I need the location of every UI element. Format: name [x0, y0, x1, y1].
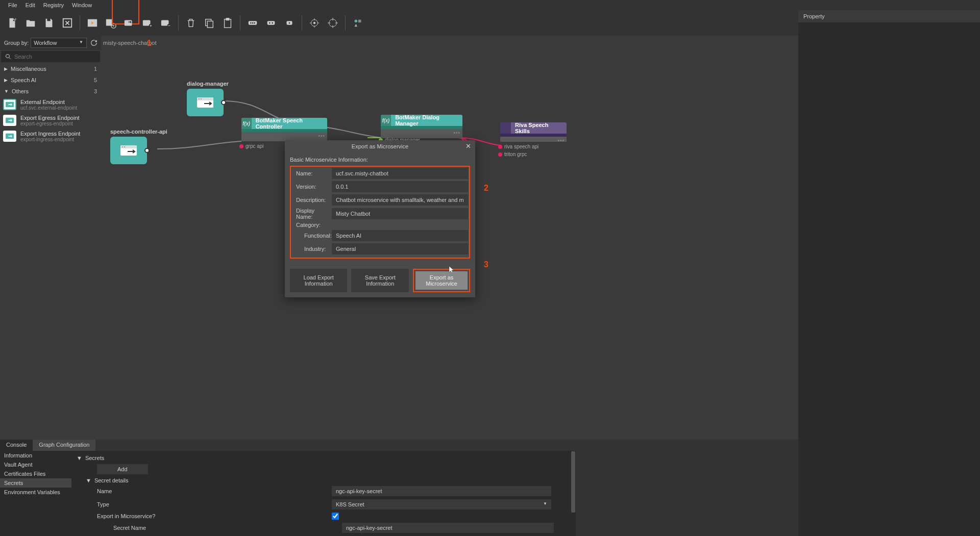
label-industry: Industry:	[292, 246, 332, 252]
input-version[interactable]	[332, 181, 468, 192]
field-checkbox-export[interactable]	[332, 513, 339, 520]
svg-rect-6	[125, 20, 132, 26]
nav-certs[interactable]: Certificates Files	[0, 469, 71, 478]
input-description[interactable]	[332, 194, 468, 206]
field-label-type: Type	[77, 501, 148, 507]
field-select-type[interactable]: K8S Secret	[332, 499, 551, 509]
port-dot[interactable]	[498, 152, 502, 157]
svg-point-16	[250, 22, 252, 24]
dots2-icon[interactable]	[263, 15, 279, 31]
label-name: Name:	[292, 170, 332, 176]
tree-item-misc[interactable]: ▶Miscellaneous 1	[0, 63, 101, 74]
form-highlight: Name: Version: Description: Display Name…	[290, 166, 470, 259]
paste-icon[interactable]	[219, 15, 236, 31]
tab-graph-config[interactable]: Graph Configuration	[33, 440, 95, 451]
chevron-down-icon: ▼	[86, 477, 91, 483]
svg-point-36	[201, 98, 202, 99]
input-functional[interactable]	[332, 230, 468, 241]
export-button-highlight: Export as Microservice	[413, 269, 470, 292]
tab-console[interactable]: Console	[0, 440, 33, 451]
nav-env[interactable]: Environment Variables	[0, 488, 71, 497]
export-microservice-icon[interactable]	[121, 15, 137, 31]
port-dot[interactable]	[498, 145, 502, 149]
endpoint-egress[interactable]: Export Egress Endpointexport-egress-endp…	[0, 113, 101, 129]
close-file-icon[interactable]	[59, 15, 76, 31]
node-dialog-manager[interactable]: dialog-manager	[187, 81, 229, 116]
node-botmaker-speech[interactable]: f(x) BotMaker Speech Controller ••• grpc…	[241, 118, 327, 141]
field-input-secretname[interactable]	[342, 523, 554, 533]
nav-information[interactable]: Information	[0, 451, 71, 460]
field-label-export: Export in Microservice?	[77, 513, 179, 519]
field-label-secretname: Secret Name	[77, 525, 163, 531]
secrets-header[interactable]: ▼Secrets	[77, 454, 566, 462]
target-icon[interactable]	[306, 15, 323, 31]
input-industry[interactable]	[332, 243, 468, 254]
tree-item-others[interactable]: ▼Others 3	[0, 86, 101, 97]
dialog-section-title: Basic Microservice Information:	[290, 157, 470, 163]
dialog-title: Export as Microservice ✕	[285, 140, 475, 152]
input-name[interactable]	[332, 168, 468, 179]
node-riva[interactable]: Riva Speech Skills ••• riva speech api t…	[500, 122, 567, 142]
close-icon[interactable]: ✕	[465, 142, 471, 150]
menu-window[interactable]: Window	[68, 1, 96, 9]
settings-gear-icon[interactable]	[103, 15, 119, 31]
search-input[interactable]	[14, 54, 96, 60]
endpoint-icon	[3, 115, 16, 126]
tree-item-speech[interactable]: ▶Speech AI 5	[0, 74, 101, 86]
label-category: Category:	[292, 222, 332, 228]
canvas[interactable]: misty-speech-chatbot 1 dialog-manager sp…	[101, 36, 798, 440]
groupby-select[interactable]: Workflow	[31, 38, 87, 48]
svg-point-29	[6, 55, 10, 58]
new-file-icon[interactable]: +	[4, 15, 20, 31]
export-button[interactable]: Export as Microservice	[415, 271, 468, 290]
open-folder-icon[interactable]	[22, 15, 39, 31]
copy-icon[interactable]	[201, 15, 217, 31]
dot1-icon[interactable]	[281, 15, 298, 31]
dots-icon[interactable]	[244, 15, 261, 31]
input-display[interactable]	[332, 208, 468, 219]
menubar: File Edit Registry Window	[0, 0, 980, 10]
chevron-right-icon: ▶	[4, 66, 8, 71]
node-port[interactable]	[221, 100, 226, 105]
nav-secrets[interactable]: Secrets	[0, 478, 71, 488]
fx-icon: f(x)	[241, 118, 252, 129]
crosshair-icon[interactable]	[325, 15, 341, 31]
node-port[interactable]	[144, 148, 150, 153]
menu-edit[interactable]: Edit	[21, 1, 39, 9]
node-speech-controller[interactable]: speech-controller-api	[110, 129, 167, 164]
save-button[interactable]: Save Export Information	[351, 269, 409, 292]
fx-icon: f(x)	[381, 115, 391, 126]
svg-rect-12	[207, 21, 213, 28]
refresh-icon[interactable]	[89, 38, 99, 48]
endpoint-external[interactable]: External Endpointucf.svc.external-endpoi…	[0, 97, 101, 113]
load-button[interactable]: Load Export Information	[290, 269, 347, 292]
node-botmaker-dialog[interactable]: f(x) BotMaker Dialog Manager ••• dialog …	[381, 115, 462, 138]
field-input-name[interactable]	[332, 486, 551, 496]
callout-2: 2	[484, 184, 488, 193]
groupby-row: Group by: Workflow	[0, 36, 101, 50]
menu-file[interactable]: File	[4, 1, 21, 9]
svg-rect-19	[267, 21, 275, 24]
bottom-tabs: Console Graph Configuration	[0, 440, 576, 451]
chevron-down-icon: ▼	[4, 89, 9, 94]
add-button[interactable]: Add	[97, 464, 148, 474]
svg-point-20	[269, 22, 271, 24]
port-dot[interactable]	[239, 144, 243, 148]
secret-details-header[interactable]: ▼Secret details	[77, 476, 566, 484]
menu-registry[interactable]: Registry	[39, 1, 68, 9]
scrollbar[interactable]	[571, 451, 576, 536]
import-icon[interactable]	[139, 15, 156, 31]
shapes-icon[interactable]	[350, 15, 366, 31]
run-icon[interactable]	[84, 15, 101, 31]
svg-rect-14	[226, 18, 229, 20]
search-bar[interactable]	[1, 51, 100, 62]
save-icon[interactable]	[41, 15, 57, 31]
config-body: ▼Secrets Add ▼Secret details Name Type K…	[71, 451, 571, 536]
nav-vault[interactable]: Vault Agent	[0, 460, 71, 469]
svg-point-23	[289, 22, 290, 24]
endpoint-ingress[interactable]: Export Ingress Endpointexport-ingress-en…	[0, 129, 101, 144]
remove-icon[interactable]	[158, 15, 174, 31]
audio-icon	[500, 122, 511, 134]
delete-icon[interactable]	[183, 15, 199, 31]
scrollbar-thumb[interactable]	[571, 451, 575, 513]
